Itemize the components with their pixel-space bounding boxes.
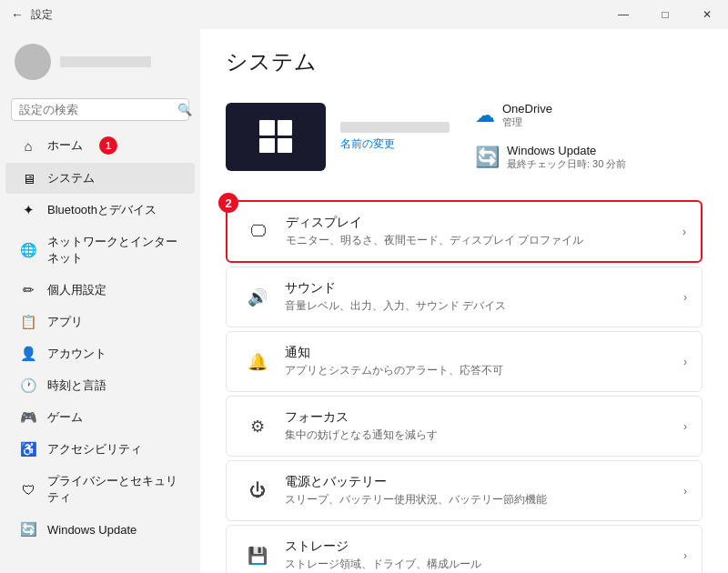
nav-label-personal: 個人用設定 xyxy=(47,282,106,298)
chevron-icon-storage: › xyxy=(683,549,687,562)
sidebar-item-bluetooth[interactable]: ✦Bluetoothとデバイス xyxy=(5,195,195,226)
titlebar-left: ← 設定 xyxy=(11,7,53,23)
nav-icon-gaming: 🎮 xyxy=(20,409,36,426)
top-cards: 名前の変更 ☁OneDrive管理🔄Windows Update最終チェック日時… xyxy=(226,95,703,178)
profile-name xyxy=(60,56,151,67)
settings-item-focus[interactable]: ⚙フォーカス集中の妨げとなる通知を減らす› xyxy=(226,396,703,457)
app-container: 🔍 ⌂ホーム1🖥システム✦Bluetoothとデバイス🌐ネットワークとインターネ… xyxy=(0,29,728,573)
settings-title-notifications: 通知 xyxy=(285,345,683,361)
sidebar-item-time[interactable]: 🕐時刻と言語 xyxy=(5,370,195,401)
close-button[interactable]: ✕ xyxy=(686,0,728,29)
search-icon: 🔍 xyxy=(177,103,192,116)
settings-text-storage: ストレージストレージ領域、ドライブ、構成ルール xyxy=(285,538,683,572)
sidebar-item-accessibility[interactable]: ♿アクセシビリティ xyxy=(5,434,195,465)
sidebar-item-accounts[interactable]: 👤アカウント xyxy=(5,338,195,369)
chevron-icon-power: › xyxy=(683,485,687,498)
nav-label-windowsupdate: Windows Update xyxy=(47,523,136,537)
sidebar-item-gaming[interactable]: 🎮ゲーム xyxy=(5,402,195,433)
service-sub-windowsupdate: 最終チェック日時: 30 分前 xyxy=(507,157,626,171)
service-card-windowsupdate[interactable]: 🔄Windows Update最終チェック日時: 30 分前 xyxy=(464,136,637,178)
sidebar: 🔍 ⌂ホーム1🖥システム✦Bluetoothとデバイス🌐ネットワークとインターネ… xyxy=(0,29,200,573)
settings-desc-power: スリープ、バッテリー使用状況、バッテリー節約機能 xyxy=(285,492,683,508)
nav-icon-apps: 📋 xyxy=(20,314,36,330)
rename-link[interactable]: 名前の変更 xyxy=(340,136,450,152)
settings-icon-storage: 💾 xyxy=(241,539,274,572)
settings-title-focus: フォーカス xyxy=(285,409,683,426)
service-name-windowsupdate: Windows Update xyxy=(507,144,626,157)
nav-label-privacy: プライバシーとセキュリティ xyxy=(47,473,180,506)
titlebar: ← 設定 — □ ✕ xyxy=(0,0,728,29)
nav-icon-home: ⌂ xyxy=(20,137,36,154)
nav-label-time: 時刻と言語 xyxy=(47,377,106,394)
settings-title-sound: サウンド xyxy=(285,280,683,297)
device-name-area: 名前の変更 xyxy=(340,122,450,152)
nav-icon-windowsupdate: 🔄 xyxy=(20,521,36,538)
sidebar-item-privacy[interactable]: 🛡プライバシーとセキュリティ xyxy=(5,466,195,513)
titlebar-title: 設定 xyxy=(31,7,53,23)
settings-text-sound: サウンド音量レベル、出力、入力、サウンド デバイス xyxy=(285,280,683,314)
maximize-button[interactable]: □ xyxy=(644,0,686,29)
nav-icon-bluetooth: ✦ xyxy=(20,202,36,218)
service-name-onedrive: OneDrive xyxy=(502,102,552,116)
nav-icon-accounts: 👤 xyxy=(20,346,36,362)
sidebar-item-network[interactable]: 🌐ネットワークとインターネット xyxy=(5,226,195,274)
settings-title-power: 電源とバッテリー xyxy=(285,474,683,490)
sidebar-item-windowsupdate[interactable]: 🔄Windows Update xyxy=(5,514,195,545)
search-box[interactable]: 🔍 xyxy=(11,98,189,121)
chevron-icon-notifications: › xyxy=(683,356,687,368)
settings-text-display: ディスプレイモニター、明るさ、夜間モード、ディスプレイ プロファイル xyxy=(286,215,682,248)
settings-list: 2🖵ディスプレイモニター、明るさ、夜間モード、ディスプレイ プロファイル›🔊サウ… xyxy=(226,200,703,573)
settings-title-storage: ストレージ xyxy=(285,538,683,555)
avatar xyxy=(15,44,51,80)
settings-desc-notifications: アプリとシステムからのアラート、応答不可 xyxy=(285,363,683,378)
nav-label-home: ホーム xyxy=(47,137,83,154)
settings-desc-display: モニター、明るさ、夜間モード、ディスプレイ プロファイル xyxy=(286,233,682,248)
device-card xyxy=(226,103,326,171)
sidebar-item-system[interactable]: 🖥システム xyxy=(5,163,195,194)
page-title: システム xyxy=(226,47,703,76)
settings-icon-focus: ⚙ xyxy=(241,410,274,443)
annotation-badge-1: 1 xyxy=(99,136,117,155)
settings-desc-sound: 音量レベル、出力、入力、サウンド デバイス xyxy=(285,298,683,314)
settings-item-sound[interactable]: 🔊サウンド音量レベル、出力、入力、サウンド デバイス› xyxy=(226,266,703,327)
nav-icon-system: 🖥 xyxy=(20,170,36,186)
service-card-onedrive[interactable]: ☁OneDrive管理 xyxy=(464,95,637,136)
sidebar-item-home[interactable]: ⌂ホーム1 xyxy=(5,129,195,162)
service-cards: ☁OneDrive管理🔄Windows Update最終チェック日時: 30 分… xyxy=(464,95,637,178)
nav-label-accounts: アカウント xyxy=(47,346,106,362)
settings-text-notifications: 通知アプリとシステムからのアラート、応答不可 xyxy=(285,345,683,378)
settings-title-display: ディスプレイ xyxy=(286,215,682,231)
sidebar-profile xyxy=(0,36,200,95)
settings-desc-focus: 集中の妨げとなる通知を減らす xyxy=(285,427,683,443)
nav-icon-privacy: 🛡 xyxy=(20,481,36,498)
sidebar-item-apps[interactable]: 📋アプリ xyxy=(5,307,195,337)
settings-text-power: 電源とバッテリースリープ、バッテリー使用状況、バッテリー節約機能 xyxy=(285,474,683,508)
nav-label-network: ネットワークとインターネット xyxy=(47,234,180,266)
service-icon-onedrive: ☁ xyxy=(475,104,495,127)
nav-label-accessibility: アクセシビリティ xyxy=(47,441,142,457)
settings-icon-display: 🖵 xyxy=(242,216,275,248)
settings-icon-sound: 🔊 xyxy=(241,281,274,314)
win11-logo xyxy=(259,120,292,153)
device-name-bar xyxy=(340,122,450,133)
sidebar-item-personal[interactable]: ✏個人用設定 xyxy=(5,275,195,306)
nav-items: ⌂ホーム1🖥システム✦Bluetoothとデバイス🌐ネットワークとインターネット… xyxy=(0,128,200,546)
chevron-icon-sound: › xyxy=(683,291,687,304)
minimize-button[interactable]: — xyxy=(602,0,644,29)
annotation-badge-2: 2 xyxy=(218,193,238,213)
nav-icon-network: 🌐 xyxy=(20,242,36,258)
back-button[interactable]: ← xyxy=(11,7,24,22)
nav-label-gaming: ゲーム xyxy=(47,409,83,426)
search-input[interactable] xyxy=(19,103,172,116)
settings-item-display[interactable]: 2🖵ディスプレイモニター、明るさ、夜間モード、ディスプレイ プロファイル› xyxy=(226,200,703,263)
settings-item-power[interactable]: ⏻電源とバッテリースリープ、バッテリー使用状況、バッテリー節約機能› xyxy=(226,460,703,521)
settings-item-notifications[interactable]: 🔔通知アプリとシステムからのアラート、応答不可› xyxy=(226,331,703,392)
nav-icon-personal: ✏ xyxy=(20,282,36,298)
chevron-icon-display: › xyxy=(682,226,686,238)
service-sub-onedrive: 管理 xyxy=(502,116,552,129)
titlebar-controls: — □ ✕ xyxy=(602,0,728,29)
settings-icon-power: ⏻ xyxy=(241,475,274,508)
nav-label-apps: アプリ xyxy=(47,314,83,330)
settings-desc-storage: ストレージ領域、ドライブ、構成ルール xyxy=(285,557,683,572)
settings-item-storage[interactable]: 💾ストレージストレージ領域、ドライブ、構成ルール› xyxy=(226,525,703,573)
